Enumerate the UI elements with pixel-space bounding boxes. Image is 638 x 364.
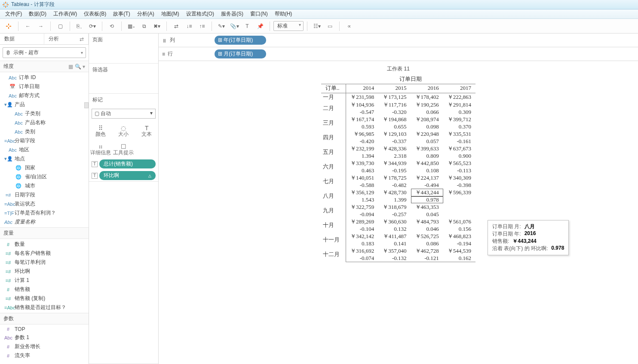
menu-item[interactable]: 帮助(H) [271,10,296,18]
field-item[interactable]: =#计算 1 [0,276,89,285]
highlight-button[interactable]: ✎▾ [215,21,227,32]
svg-rect-8 [8,24,9,25]
svg-rect-3 [7,4,9,5]
data-analysis-tabs: 数据 分析⇄ [0,34,89,45]
new-datasource-button[interactable]: ⎘₊ [74,21,86,32]
swap-button[interactable]: ⇄ [170,21,182,32]
svg-rect-1 [5,6,6,7]
group-button[interactable]: 📎▾ [228,21,240,32]
field-item[interactable]: #销售额 [0,285,89,294]
worksheet-view: 工作表 11 订单日期订单..2014201520162017一月￥231,59… [159,61,638,364]
tableau-button[interactable] [3,21,15,32]
undo-button[interactable]: ← [22,21,34,32]
tab-data[interactable]: 数据 [0,34,44,44]
field-item[interactable]: Abc类别 [0,127,89,136]
rows-pill[interactable]: ⊞ 月(订单日期) [215,49,266,58]
svg-rect-0 [5,2,6,3]
clear-button[interactable]: ✖▾ [151,21,163,32]
marks-color[interactable]: ⠿颜色 [89,121,112,140]
columns-shelf[interactable]: ⫼列 ⊞ 年(订单日期) [159,34,638,47]
marks-tooltip[interactable]: ☐工具提示 [112,140,135,158]
resize-handle[interactable] [84,102,89,108]
cards-pane: 页面 筛选器 标记 ▢ 自动▾ ⠿颜色 ◌大小 T文本 ⠶详细信息 ☐工具提示 … [89,34,159,364]
window-title-bar: Tableau - 计算字段 [0,0,638,9]
field-item[interactable]: #新业务增长 [0,342,89,351]
sort-desc-button[interactable]: ↑≡ [196,21,208,32]
refresh-button[interactable]: ⟳▾ [86,21,98,32]
marks-detail[interactable]: ⠶详细信息 [89,140,112,158]
mark-type-dropdown[interactable]: ▢ 自动▾ [92,109,156,119]
presentation-button[interactable]: ▭ [324,21,336,32]
fit-dropdown[interactable]: 标准 [273,21,304,31]
mark-pill-ratio[interactable]: 环比啊△ [99,171,156,180]
svg-rect-9 [8,27,9,29]
field-item[interactable]: =#每名客户销售额 [0,249,89,258]
menu-item[interactable]: 文件(F) [2,10,25,18]
duplicate-button[interactable]: ⧉ [138,21,150,32]
dimensions-header: 维度▦ 🔍 ▾ [0,61,89,72]
field-item[interactable]: Abc订单 ID [0,73,89,82]
svg-rect-7 [7,6,8,6]
share-button[interactable]: ∝ [343,21,355,32]
marks-size[interactable]: ◌大小 [112,121,135,140]
field-item[interactable]: =Abc分箱字段 [0,136,89,145]
field-item[interactable]: =#日期字段 [0,190,89,199]
field-item[interactable]: #TOP [0,325,89,333]
pin-button[interactable]: 📌 [254,21,266,32]
mark-pill-sum-sales[interactable]: 总计(销售额) [99,159,156,168]
svg-rect-5 [7,3,8,3]
field-item[interactable]: 🌐国家 [0,163,89,172]
new-worksheet-button[interactable]: ▦₊ [125,21,137,32]
pages-shelf[interactable]: 页面 [89,34,158,64]
menu-item[interactable]: 窗口(N) [247,10,271,18]
field-item[interactable]: 🌐省/自治区 [0,172,89,181]
field-item[interactable]: Abc邮寄方式 [0,91,89,100]
menu-item[interactable]: 工作表(W) [50,10,80,18]
field-item[interactable]: =#销售额 (复制) [0,294,89,303]
svg-rect-4 [4,3,5,3]
tab-analysis[interactable]: 分析⇄ [44,34,89,44]
menu-bar: 文件(F)数据(D)工作表(W)仪表板(B)故事(T)分析(A)地图(M)设置格… [0,9,638,19]
params-list: #TOPAbc参数 1#新业务增长#流失率 [0,324,89,361]
field-item[interactable]: #数量 [0,240,89,249]
menu-item[interactable]: 仪表板(B) [80,10,110,18]
field-item[interactable]: Abc参数 1 [0,333,89,342]
field-item[interactable]: =#每笔订单利润 [0,258,89,267]
sheet-title[interactable]: 工作表 11 [163,65,634,73]
filters-shelf[interactable]: 筛选器 [89,64,158,94]
menu-item[interactable]: 数据(D) [25,10,50,18]
field-item[interactable]: ▾👤地点 [0,154,89,163]
toolbar: ← → ▢ ⎘₊ ⟳▾ ⟲ ▦₊ ⧉ ✖▾ ⇄ ↓≡ ↑≡ ✎▾ 📎▾ T 📌 … [0,19,638,34]
field-item[interactable]: =#环比啊 [0,267,89,276]
rows-shelf[interactable]: ≡行 ⊞ 月(订单日期) [159,47,638,61]
svg-rect-2 [3,4,4,5]
field-item[interactable]: Abc度量名称 [0,217,89,226]
menu-item[interactable]: 服务器(S) [218,10,247,18]
columns-pill[interactable]: ⊞ 年(订单日期) [215,36,266,45]
marks-text[interactable]: T文本 [135,121,158,140]
crosstab[interactable]: 订单日期订单..2014201520162017一月￥231,598￥173,1… [321,75,475,262]
save-button[interactable]: ▢ [54,21,66,32]
menu-item[interactable]: 分析(A) [134,10,158,18]
field-item[interactable]: Abc产品名称 [0,118,89,127]
menu-item[interactable]: 地图(M) [158,10,183,18]
field-item[interactable]: ▾👤产品 [0,100,89,109]
redo-button[interactable]: → [35,21,47,32]
field-item[interactable]: Abc子类别 [0,109,89,118]
datasource-select[interactable]: 🛢 示例 - 超市 ▾ [3,47,86,58]
field-item[interactable]: #流失率 [0,351,89,360]
label-button[interactable]: T [241,21,253,32]
columns-icon: ⫼ [162,37,167,43]
menu-item[interactable]: 故事(T) [110,10,133,18]
field-item[interactable]: =T|F订单是否有利润？ [0,208,89,217]
menu-item[interactable]: 设置格式(O) [183,10,218,18]
field-item[interactable]: =Abc销售额是否超过目标？ [0,303,89,312]
sort-asc-button[interactable]: ↓≡ [183,21,195,32]
tableau-logo-icon [3,2,9,8]
show-cards-button[interactable]: ☷▾ [311,21,323,32]
field-item[interactable]: 📅订单日期 [0,82,89,91]
field-item[interactable]: 🌐城市 [0,181,89,190]
new-sheet-button[interactable]: ⟲ [106,21,118,32]
field-item[interactable]: =Abc装运状态 [0,199,89,208]
field-item[interactable]: Abc地区 [0,145,89,154]
